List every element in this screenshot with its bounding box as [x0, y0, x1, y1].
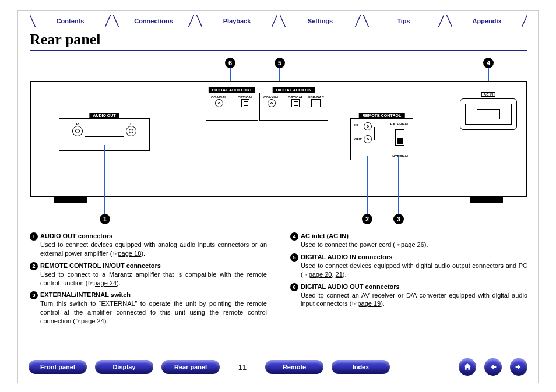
home-button[interactable]: [459, 358, 476, 376]
tab-tips[interactable]: Tips: [363, 15, 444, 27]
item2-head: 2REMOTE CONTROL IN/OUT connectors: [30, 262, 267, 270]
optical-icon: [291, 99, 300, 107]
link-page-26[interactable]: page 26: [401, 241, 424, 248]
item6-head: 6DIGITAL AUDIO OUT connectors: [290, 282, 527, 291]
ac-inlet-icon: [465, 104, 512, 125]
digital-out-label: DIGITAL AUDIO OUT: [209, 87, 255, 93]
remote-int: INTERNAL: [392, 154, 409, 158]
digital-in-label: DIGITAL AUDIO IN: [273, 87, 315, 93]
home-icon: [463, 362, 472, 372]
remote-out: OUT: [354, 137, 362, 141]
leader-1: [104, 145, 105, 214]
callout-3: 3: [393, 214, 404, 224]
arrow-left-icon: [488, 362, 498, 372]
next-button[interactable]: [510, 358, 527, 376]
usb-icon: [311, 99, 321, 107]
tab-contents[interactable]: Contents: [30, 15, 111, 27]
rca-icon: [126, 126, 136, 136]
link-page-24[interactable]: page 24: [93, 280, 117, 287]
leader-3: [398, 156, 399, 214]
remote-button[interactable]: Remote: [265, 360, 323, 374]
item4-head: 4AC inlet (AC IN): [290, 232, 527, 241]
page-title: Rear panel: [30, 31, 101, 48]
optical-icon: [241, 99, 249, 107]
index-button[interactable]: Index: [332, 360, 390, 374]
remote-box: REMOTE CONTROL IN OUT EXTERNAL INTERNAL: [350, 118, 413, 160]
title-rule: [30, 50, 527, 51]
remote-ext: EXTERNAL: [390, 122, 409, 126]
link-page-19[interactable]: page 19: [357, 300, 381, 307]
remote-in: IN: [354, 123, 358, 127]
item5-body: Used to connect devices equipped with di…: [301, 262, 527, 279]
tab-settings[interactable]: Settings: [280, 15, 361, 27]
callout-6: 6: [225, 58, 235, 68]
footer-bar: Front panel Display Rear panel 11 Remote…: [18, 357, 538, 377]
callout-1: 1: [100, 214, 110, 224]
display-button[interactable]: Display: [95, 360, 153, 374]
link-page-18[interactable]: page 18: [118, 250, 142, 257]
leader-2: [367, 156, 368, 214]
item1-body: Used to connect devices equipped with an…: [40, 241, 267, 258]
rca-icon: [364, 135, 372, 143]
link-page-24b[interactable]: page 24: [81, 317, 104, 324]
item4-body: Used to connect the power cord (☞page 26…: [301, 241, 527, 249]
top-tabs: Contents Connections Playback Settings T…: [30, 15, 527, 27]
link-page-20[interactable]: page 20: [309, 271, 332, 278]
callout-4: 4: [483, 58, 494, 68]
prev-button[interactable]: [484, 358, 502, 376]
item1-head: 1AUDIO OUT connectors: [30, 232, 267, 241]
rca-icon: [72, 126, 83, 136]
arrow-right-icon: [514, 362, 523, 372]
right-column: 4AC inlet (AC IN) Used to connect the po…: [290, 229, 527, 329]
item5-head: 5DIGITAL AUDIO IN connectors: [290, 253, 527, 262]
link-page-21[interactable]: 21: [336, 271, 343, 278]
switch-icon: [395, 129, 404, 146]
audio-out-label: AUDIO OUT: [89, 113, 119, 118]
rear-panel-button[interactable]: Rear panel: [161, 360, 220, 374]
front-panel-button[interactable]: Front panel: [29, 360, 87, 374]
left-column: 1AUDIO OUT connectors Used to connect de…: [30, 229, 267, 329]
page-number: 11: [228, 363, 257, 372]
tab-playback[interactable]: Playback: [196, 15, 277, 27]
item3-head: 3EXTERNAL/INTERNAL switch: [30, 291, 267, 299]
tab-appendix[interactable]: Appendix: [446, 15, 527, 27]
foot-icon: [54, 196, 87, 203]
digital-in-box: DIGITAL AUDIO IN COAXIAL OPTICAL USB-DAC: [259, 93, 328, 121]
item3-body: Turn this switch to “EXTERNAL” to operat…: [40, 299, 267, 326]
foot-icon: [470, 196, 503, 203]
callout-2: 2: [362, 214, 372, 224]
tab-connections[interactable]: Connections: [113, 15, 194, 27]
rear-panel-diagram: 6 5 4 AUDIO OUT R L DIGITAL A: [30, 81, 527, 215]
digital-out-box: DIGITAL AUDIO OUT COAXIAL OPTICAL: [206, 93, 258, 121]
rca-icon: [215, 99, 223, 107]
item2-body: Used to connect to a Marantz amplifier t…: [40, 270, 267, 288]
callout-5: 5: [275, 58, 285, 68]
manual-page: Contents Connections Playback Settings T…: [17, 10, 539, 383]
rca-icon: [268, 99, 276, 107]
item6-body: Used to connect an AV receiver or D/A co…: [301, 291, 527, 309]
rca-icon: [364, 122, 372, 130]
description-columns: 1AUDIO OUT connectors Used to connect de…: [30, 229, 527, 329]
remote-label: REMOTE CONTROL: [359, 113, 405, 118]
ac-in-box: AC IN: [460, 98, 517, 130]
ac-in-label: AC IN: [481, 92, 495, 97]
